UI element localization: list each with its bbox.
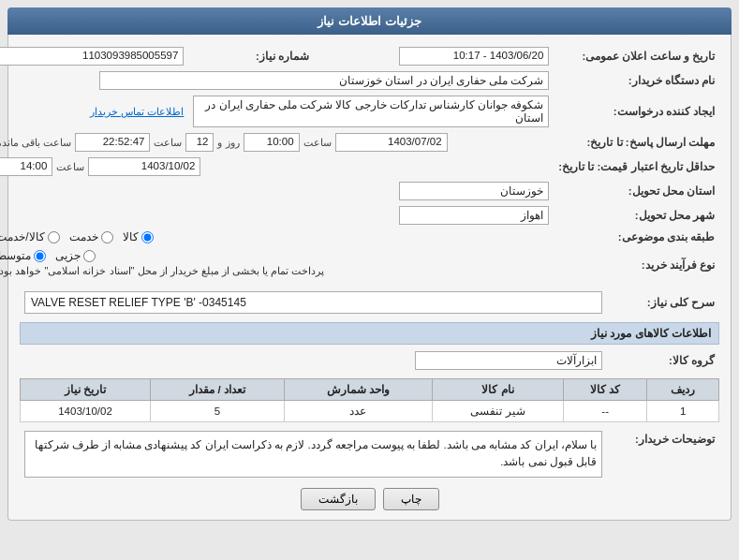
tozi-label: توضیحات خریدار:	[607, 428, 719, 480]
mohlat-saat-value: 10:00	[244, 133, 300, 152]
ostan-label: استان محل تحویل:	[554, 179, 719, 203]
tarikh-label: تاریخ و ساعت اعلان عمومی:	[554, 44, 719, 68]
serp-label: سرح کلی نیاز:	[607, 288, 719, 317]
radio-khedmat[interactable]: خدمت	[69, 230, 113, 243]
page-title: جزئیات اطلاعات نیاز	[7, 7, 732, 35]
radio-kala[interactable]: کالا	[123, 230, 154, 243]
ostan-value: خوزستان	[399, 182, 549, 200]
hadaqal-saat-value: 14:00	[0, 157, 52, 176]
col-kod: کد کالا	[564, 379, 647, 401]
mohlat-saat2-label: ساعت	[154, 137, 182, 149]
radio-kala-khedmat[interactable]: کالا/خدمت	[0, 230, 60, 243]
tozi-text: با سلام، ایران کد مشابه می باشد. لطفا به…	[24, 431, 602, 478]
col-radif: ردیف	[647, 379, 719, 401]
ijad-label: ایجاد کننده درخواست:	[554, 93, 719, 130]
grohe-value: ابزارآلات	[415, 351, 602, 370]
mohlat-rooz-label: روز و	[217, 137, 239, 149]
tarighe-label: طبقه بندی موضوعی:	[554, 228, 719, 246]
shahr-label: شهر محل تحویل:	[554, 203, 719, 228]
shahr-value: اهواز	[399, 206, 549, 225]
mohlat-saat2-value: 22:52:47	[75, 133, 150, 152]
tarikh-value: 1403/06/20 - 10:17	[399, 47, 549, 66]
mohlat-rooz-value: 12	[185, 133, 214, 152]
col-tedad: تعداد / مقدار	[151, 379, 285, 401]
mohlat-saat-label: ساعت	[303, 137, 332, 149]
mohlat-label: مهلت ارسال پاسخ: تا تاریخ:	[554, 130, 719, 155]
shomara-label: شماره نیاز:	[188, 44, 314, 68]
mohlat-date: 1403/07/02	[335, 133, 448, 152]
nam-dastgah-value: شرکت ملی حفاری ایران در استان خوزستان	[99, 71, 549, 90]
grohe-label: گروه کالا:	[607, 348, 719, 373]
hadaqal-date: 1403/10/02	[88, 157, 200, 176]
nooe-note: پرداخت تمام یا بخشی از مبلغ خریدار از مح…	[0, 265, 324, 277]
kala-table: ردیف کد کالا نام کالا واحد شمارش تعداد /…	[20, 378, 719, 422]
col-nam: نام کالا	[432, 379, 563, 401]
print-button[interactable]: چاپ	[383, 488, 439, 510]
remaining-label: ساعت باقی مانده	[0, 137, 71, 149]
nam-dastgah-label: نام دستگاه خریدار:	[554, 68, 719, 93]
nooe-label: نوع فرآیند خرید:	[554, 246, 719, 283]
kala-section-title: اطلاعات کالاهای مورد نیاز	[20, 322, 719, 345]
back-button[interactable]: بازگشت	[301, 488, 376, 510]
ijad-value: شکوفه جوانان کارشناس تدارکات خارجی کالا …	[193, 96, 549, 127]
shomara-value: 1103093985005597	[0, 47, 184, 66]
hadaqal-saat-label: ساعت	[56, 161, 84, 173]
col-vahed: واحد شمارش	[284, 379, 432, 401]
radio-jozi[interactable]: جزیی	[55, 249, 96, 262]
etelaaat-tamas-link[interactable]: اطلاعات تماس خریدار	[90, 106, 184, 117]
table-row: 1--شیر تنفسیعدد51403/10/02	[21, 401, 719, 422]
serp-value: VALVE RESET RELIEF TYPE 'B' -0345145	[24, 291, 602, 314]
radio-motavaset[interactable]: متوسط	[0, 249, 46, 262]
hadaqal-label: حداقل تاریخ اعتبار قیمت: تا تاریخ:	[554, 155, 719, 179]
col-tarikh: تاریخ نیاز	[21, 379, 151, 401]
